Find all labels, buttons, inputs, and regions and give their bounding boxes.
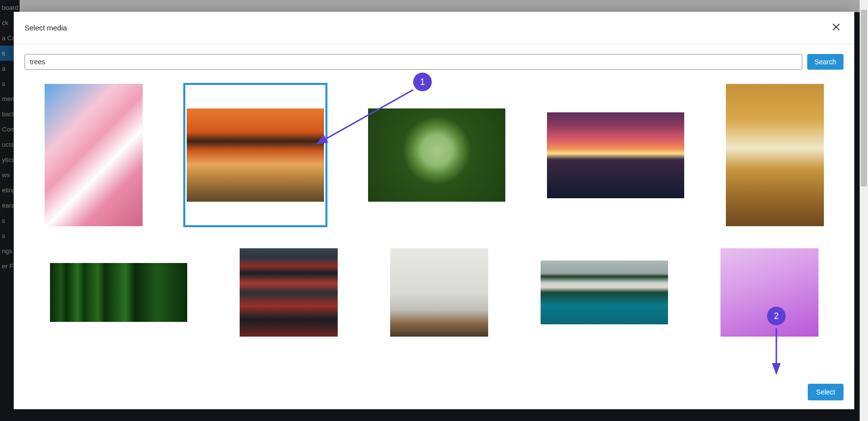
close-icon <box>831 22 842 32</box>
thumb-image <box>45 84 143 226</box>
modal-title: Select media <box>25 24 67 32</box>
thumb-image <box>720 248 818 337</box>
media-thumb-foggy-trees[interactable] <box>390 248 488 337</box>
modal-header: Select media <box>14 12 854 44</box>
annotation-badge-2: 2 <box>767 307 786 325</box>
gallery-row <box>24 81 844 229</box>
media-thumb-autumn-avenue[interactable] <box>726 84 824 226</box>
media-thumb-mountain-lake[interactable] <box>541 261 668 324</box>
thumb-image <box>50 263 187 322</box>
annotation-badge-1: 1 <box>413 73 432 91</box>
select-media-modal: Select media Search Select <box>14 12 854 409</box>
media-thumb-green-forest[interactable] <box>50 263 187 322</box>
thumb-image <box>368 108 505 202</box>
thumb-image <box>187 108 324 202</box>
page-scrollbar-thumb[interactable] <box>861 10 867 186</box>
thumb-image <box>240 248 338 337</box>
search-button[interactable]: Search <box>807 54 843 70</box>
modal-footer: Select <box>808 384 843 400</box>
gallery-row <box>24 243 844 342</box>
page-scrollbar-track[interactable] <box>860 0 868 421</box>
media-thumb-cherry-blossom[interactable] <box>45 84 143 226</box>
media-thumb-heart-hedge[interactable] <box>368 108 505 202</box>
media-thumb-purple-gradient[interactable] <box>720 248 818 337</box>
media-thumb-autumn-path-selected[interactable] <box>184 84 326 226</box>
search-input[interactable] <box>25 54 802 70</box>
search-row: Search <box>14 44 854 77</box>
thumb-image <box>547 112 684 198</box>
select-button[interactable]: Select <box>808 384 843 400</box>
thumb-image <box>390 248 488 337</box>
thumb-image <box>541 261 668 324</box>
media-gallery <box>14 77 854 409</box>
media-thumb-sunset-tree[interactable] <box>547 112 684 198</box>
thumb-image <box>726 84 824 226</box>
close-button[interactable] <box>829 20 843 36</box>
media-thumb-red-trees[interactable] <box>240 248 338 337</box>
